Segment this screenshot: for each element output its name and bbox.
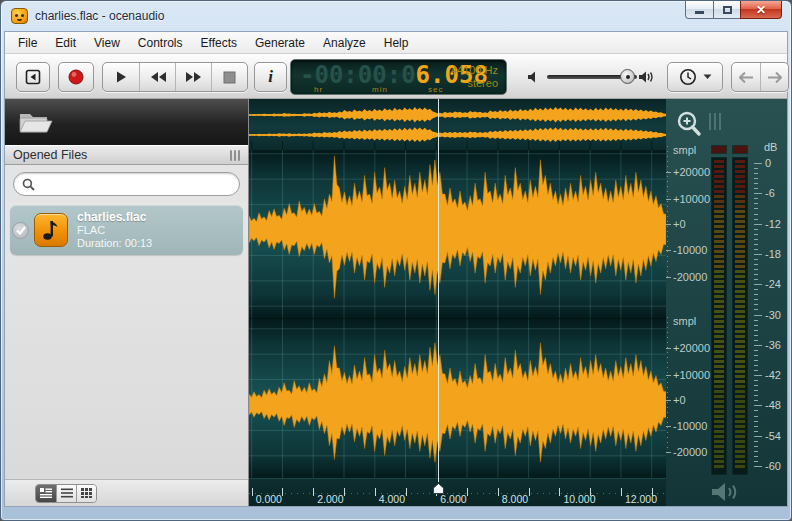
volume-high-icon (638, 70, 656, 84)
sample-ruler-unit: smpl (673, 144, 696, 156)
sample-rate: 44100 Hz (451, 64, 498, 77)
goto-start-icon (25, 69, 41, 85)
channel-mode: stereo (451, 77, 498, 90)
time-display[interactable]: -00:00:06.058 hr min sec 44100 Hz stereo (290, 59, 507, 95)
db-scale-label: -36 (765, 339, 781, 351)
file-format: FLAC (77, 224, 152, 237)
view-mode-bar (5, 479, 248, 506)
play-button[interactable] (103, 63, 139, 91)
panel-grip-icon[interactable] (709, 113, 721, 130)
timeline-tick (252, 488, 253, 496)
sample-ruler-label: +0 (673, 394, 686, 406)
menu-view[interactable]: View (85, 33, 129, 53)
record-button[interactable] (58, 62, 94, 92)
detail-list-icon (40, 488, 52, 498)
monitor-speaker-icon[interactable] (710, 480, 742, 504)
search-icon (22, 178, 35, 191)
undo-back-button[interactable] (732, 63, 760, 91)
history-nav-group (731, 62, 789, 92)
title-bar[interactable]: charlies.flac - ocenaudio ✕ (1, 1, 791, 31)
menu-generate[interactable]: Generate (246, 33, 314, 53)
level-meter-left (711, 157, 727, 475)
fast-forward-button[interactable] (175, 63, 211, 91)
search-input[interactable] (35, 177, 231, 191)
info-button[interactable]: i (254, 62, 287, 92)
file-list-item[interactable]: charlies.flac FLAC Duration: 00:13 (10, 205, 243, 255)
menu-controls[interactable]: Controls (129, 33, 192, 53)
unit-sec: sec (428, 85, 443, 94)
close-button[interactable]: ✕ (740, 1, 782, 19)
format-info: 44100 Hz stereo (451, 64, 498, 90)
rewind-button[interactable] (139, 63, 175, 91)
timeline-tick (498, 488, 499, 496)
db-scale-label: -42 (765, 369, 781, 381)
meter-ruler-panel: smpl+20000+10000+0-10000-20000smpl+20000… (666, 99, 787, 506)
opened-files-title: Opened Files (13, 148, 230, 162)
sample-ruler-label: +10000 (673, 193, 710, 205)
search-box[interactable] (13, 172, 240, 196)
app-icon (11, 8, 28, 24)
arrow-right-icon (767, 72, 782, 83)
meter-clip-indicator (711, 145, 727, 154)
list-icon (61, 488, 73, 498)
sidebar-mode-header[interactable] (5, 99, 248, 145)
sample-ruler-ticks (667, 317, 668, 456)
file-selected-check-icon (12, 222, 29, 239)
menu-edit[interactable]: Edit (46, 33, 85, 53)
timeline-label: 12.000 (625, 493, 657, 505)
db-scale-label: 0 (765, 157, 771, 169)
timeline-label: 4.000 (379, 493, 405, 505)
zoom-icon[interactable] (675, 110, 705, 140)
timeline-label: 8.000 (502, 493, 528, 505)
db-scale-label: -54 (765, 430, 781, 442)
menu-help[interactable]: Help (375, 33, 418, 53)
goto-start-button[interactable] (16, 62, 50, 92)
menu-file[interactable]: File (9, 33, 46, 53)
sample-ruler-label: +20000 (673, 166, 710, 178)
file-duration: Duration: 00:13 (77, 237, 152, 250)
sidebar: Opened Files (5, 99, 249, 506)
timeline-tick (467, 488, 468, 496)
view-detail-button[interactable] (36, 485, 56, 502)
timeline-tick (529, 488, 530, 496)
menu-analyze[interactable]: Analyze (314, 33, 375, 53)
sample-ruler-label: -20000 (673, 271, 707, 283)
redo-forward-button[interactable] (760, 63, 788, 91)
db-scale-label: -6 (765, 187, 775, 199)
level-meter-right (732, 157, 748, 475)
record-icon (67, 68, 85, 86)
waveform-channel-left[interactable] (249, 150, 666, 318)
waveform-overview[interactable] (249, 99, 666, 150)
playhead-marker[interactable] (432, 482, 445, 495)
menu-bar: FileEditViewControlsEffectsGenerateAnaly… (5, 32, 787, 54)
volume-knob[interactable] (620, 69, 635, 84)
timeline-label: 10.000 (563, 493, 595, 505)
view-list-button[interactable] (56, 485, 76, 502)
view-grid-button[interactable] (76, 485, 96, 502)
stop-icon (223, 71, 236, 84)
minimize-icon (695, 11, 704, 14)
time-format-button[interactable] (667, 62, 723, 92)
grid-icon (81, 488, 92, 498)
maximize-button[interactable] (713, 1, 741, 19)
timeline-tick (313, 488, 314, 496)
rewind-icon (149, 71, 167, 83)
stop-button[interactable] (211, 63, 247, 91)
minimize-button[interactable] (685, 1, 714, 19)
waveform-panel: 0.0002.0004.0006.0008.00010.00012.000 (249, 99, 666, 506)
panel-grip-icon[interactable] (230, 150, 240, 161)
sample-ruler-label: -10000 (673, 244, 707, 256)
db-scale-label: -60 (765, 460, 781, 472)
waveform-channel-right[interactable] (249, 318, 666, 478)
maximize-icon (723, 6, 732, 14)
timeline-tick (344, 488, 345, 496)
close-icon: ✕ (756, 4, 766, 16)
unit-hr: hr (314, 85, 323, 94)
sample-ruler-label: +0 (673, 218, 686, 230)
sample-ruler-unit: smpl (673, 315, 696, 327)
db-scale-label: -12 (765, 218, 781, 230)
timeline-tick (282, 488, 283, 496)
timeline-ruler[interactable]: 0.0002.0004.0006.0008.00010.00012.000 (249, 478, 666, 506)
menu-effects[interactable]: Effects (192, 33, 246, 53)
window-title: charlies.flac - ocenaudio (35, 9, 164, 23)
